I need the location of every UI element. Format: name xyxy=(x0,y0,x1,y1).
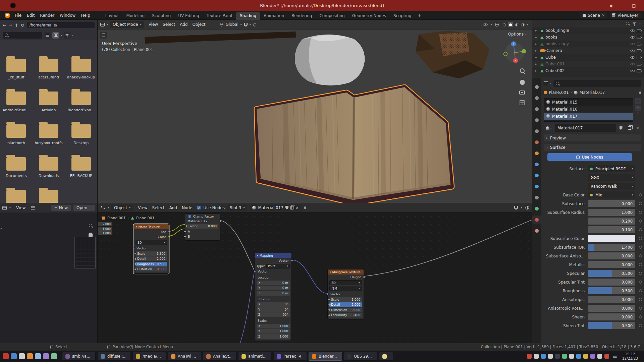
node-value-field[interactable]: 1.000 xyxy=(98,231,112,235)
mapping-row[interactable]: Z1.000 xyxy=(257,334,290,339)
workspace-tab[interactable]: Rendering xyxy=(288,12,316,20)
folder-tile[interactable]: AndroidStudi... xyxy=(1,89,32,122)
socket-factor[interactable] xyxy=(185,225,188,227)
hide-viewport-icon[interactable] xyxy=(630,69,635,73)
tray-steam-icon[interactable] xyxy=(555,354,560,359)
properties-tab-object-data[interactable] xyxy=(532,204,541,213)
chevron-down-icon[interactable]: ▾ xyxy=(72,34,73,37)
text-editor-icon[interactable] xyxy=(35,353,41,359)
chevron-down-icon[interactable]: ▾ xyxy=(639,22,641,25)
socket-vector-in[interactable] xyxy=(254,270,256,273)
chevron-right-icon[interactable]: ▸ xyxy=(535,62,539,66)
web-browser-icon[interactable] xyxy=(27,353,33,359)
workspace-tab[interactable]: Sculpting xyxy=(148,12,174,20)
chevron-right-icon[interactable]: ▸ xyxy=(535,36,539,39)
tray-display-icon[interactable] xyxy=(534,354,539,359)
decorator-dot-icon[interactable] xyxy=(635,211,642,214)
pin-icon[interactable] xyxy=(304,206,306,209)
hide-viewport-icon[interactable] xyxy=(630,62,635,66)
fake-user-icon[interactable] xyxy=(285,206,288,209)
scene-selector[interactable]: Scene × xyxy=(580,12,607,18)
chevron-right-icon[interactable]: ▸ xyxy=(535,69,539,72)
property-field[interactable]: 0.000 ▾ xyxy=(588,313,635,320)
zoom-icon[interactable] xyxy=(89,224,92,227)
proportional-editing-icon[interactable]: ○ xyxy=(253,22,256,27)
tray-mail-icon[interactable] xyxy=(583,354,588,359)
decorator-dot-icon[interactable] xyxy=(635,220,642,223)
mapping-row[interactable]: Scale: xyxy=(257,318,290,323)
decorator-dot-icon[interactable] xyxy=(635,263,642,266)
workspace-tab[interactable]: Animation xyxy=(260,12,288,20)
decorator-dot-icon[interactable] xyxy=(635,281,642,284)
property-field[interactable]: Principled BSDF ▾ xyxy=(588,165,635,172)
decorator-dot-icon[interactable] xyxy=(635,289,642,292)
decorator-dot-icon[interactable] xyxy=(635,324,642,327)
orientation-label[interactable]: Global xyxy=(225,22,238,27)
browse-material-button[interactable]: ▾ xyxy=(544,124,554,132)
mapping-row[interactable]: X0 m xyxy=(257,281,290,285)
hide-viewport-icon[interactable] xyxy=(630,49,635,53)
view-menu[interactable]: View xyxy=(13,203,28,212)
tray-update-icon[interactable] xyxy=(604,354,609,359)
mapping-node[interactable]: ▾ Mapping Vector Type: Point▾ Vector Loc… xyxy=(255,253,292,341)
pin-icon[interactable] xyxy=(639,92,641,94)
input-socket[interactable] xyxy=(184,230,186,233)
filter-funnel-icon[interactable] xyxy=(633,22,636,24)
taskbar-window-button[interactable]: diffuse :... xyxy=(97,352,131,361)
collapse-icon[interactable]: ▾ xyxy=(136,226,137,228)
properties-tab-tool[interactable] xyxy=(532,83,541,91)
taskbar-window-button[interactable]: /media/... xyxy=(132,352,166,361)
editor-type-icon[interactable] xyxy=(101,206,105,209)
outliner-row[interactable]: ▸ books xyxy=(532,34,644,41)
input-socket[interactable] xyxy=(134,252,137,255)
properties-tab-view-layer[interactable] xyxy=(532,116,541,124)
decorator-dot-icon[interactable] xyxy=(635,246,642,249)
menu-item[interactable]: Object xyxy=(190,20,208,29)
hide-viewport-icon[interactable] xyxy=(630,35,635,40)
property-field[interactable]: 0.000 ▾ xyxy=(588,200,635,207)
property-field[interactable]: 0.100 ▾ xyxy=(588,226,635,233)
maximize-button[interactable]: □ xyxy=(631,3,637,8)
hide-viewport-icon[interactable] xyxy=(630,28,635,33)
node-value-field[interactable]: Dimension0.000 xyxy=(329,308,362,312)
properties-search-input[interactable] xyxy=(553,80,641,87)
input-socket[interactable] xyxy=(328,314,330,316)
fake-user-button[interactable] xyxy=(617,124,625,132)
folder-tile[interactable]: busybox_rootfs xyxy=(33,122,64,155)
tray-vpn-icon[interactable] xyxy=(590,354,595,359)
decorator-dot-icon[interactable] xyxy=(635,254,642,257)
use-nodes-checkbox[interactable] xyxy=(197,206,201,210)
decorator-dot-icon[interactable] xyxy=(635,298,642,301)
property-field[interactable]: ▾ xyxy=(588,235,635,242)
property-field[interactable]: Mix ▾ xyxy=(588,191,635,198)
mapping-row[interactable]: Rotation: xyxy=(257,297,290,302)
visibility-icon[interactable] xyxy=(483,22,488,27)
input-socket[interactable] xyxy=(134,258,137,260)
workspace-tab[interactable]: Layout xyxy=(102,12,123,20)
property-field[interactable]: 0.000 ▾ xyxy=(588,261,635,268)
terminal-icon[interactable] xyxy=(19,353,25,359)
slot-selector[interactable]: Slot 3 ▾ xyxy=(227,204,247,211)
musgrave-type-dropdown[interactable]: fBM▾ xyxy=(329,286,362,291)
editor-type-icon[interactable] xyxy=(544,81,548,85)
view-mode-list-icon[interactable] xyxy=(44,32,51,39)
editor-type-icon[interactable] xyxy=(2,206,7,210)
parent-directory-icon[interactable]: ↑ xyxy=(15,23,18,28)
taskbar-window-button[interactable]: OBS 29... xyxy=(344,352,377,361)
node-value-field[interactable]: Detail2.000 xyxy=(329,302,362,307)
mapping-row[interactable]: Location: xyxy=(257,275,290,280)
book-object[interactable] xyxy=(257,87,452,203)
input-socket[interactable] xyxy=(328,304,330,306)
noise-texture-node[interactable]: ▾ Noise Texture Fac Color 3D▾ Vector Sca… xyxy=(133,224,169,274)
properties-tab-physics[interactable] xyxy=(532,182,541,190)
node-value-field[interactable]: Roughness0.500 xyxy=(136,262,167,266)
input-socket[interactable] xyxy=(328,298,330,301)
menu-icon[interactable] xyxy=(31,206,35,209)
menu-item[interactable]: Select xyxy=(160,20,177,29)
folder-tile[interactable]: bluetooth xyxy=(1,122,32,155)
decorator-dot-icon[interactable] xyxy=(635,307,642,310)
factor-field[interactable]: Factor0.000 xyxy=(187,224,218,229)
menu-item[interactable]: Node xyxy=(179,203,195,212)
disable-render-icon[interactable] xyxy=(637,63,641,66)
shader-type-selector[interactable]: Object ▾ xyxy=(111,204,133,211)
